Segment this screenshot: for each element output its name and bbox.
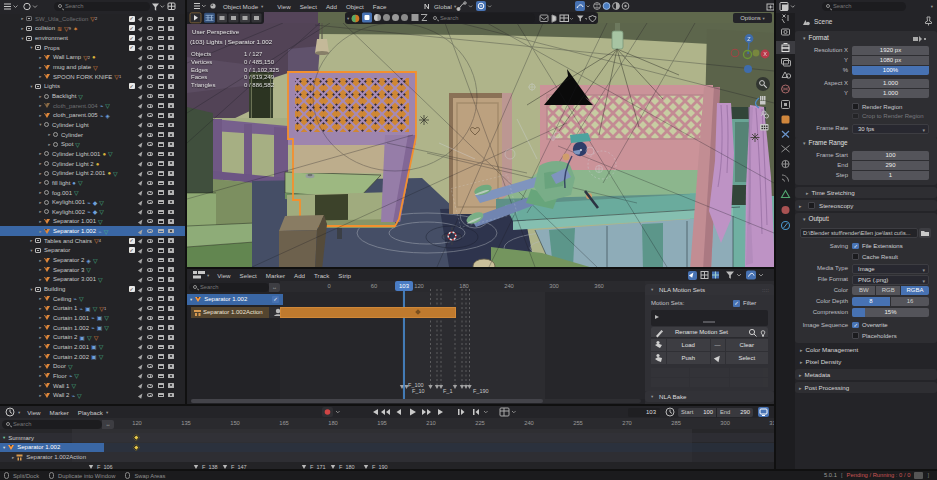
svg-text:F_10: F_10 (412, 388, 425, 394)
svg-text:F_147: F_147 (231, 464, 247, 470)
svg-text:F_190: F_190 (372, 464, 388, 470)
svg-text:X: X (763, 51, 767, 57)
svg-text:F_1: F_1 (443, 388, 452, 394)
svg-text:F_171: F_171 (310, 464, 326, 470)
svg-text:F_106: F_106 (97, 464, 113, 470)
svg-text:F_138: F_138 (202, 464, 218, 470)
svg-text:F_180: F_180 (339, 464, 355, 470)
svg-text:F_190: F_190 (473, 388, 489, 394)
